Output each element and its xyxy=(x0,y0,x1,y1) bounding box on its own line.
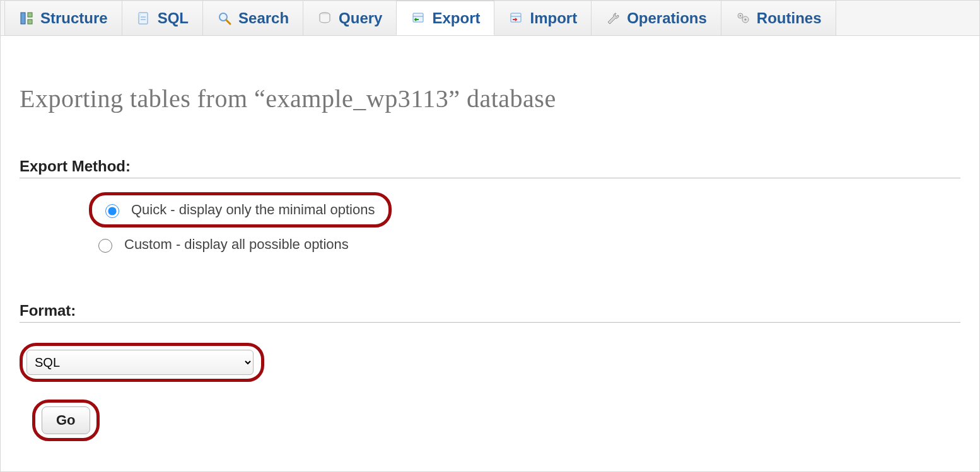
tab-import[interactable]: Import xyxy=(494,1,592,35)
search-icon xyxy=(217,11,232,26)
tab-label: Structure xyxy=(40,9,108,27)
tab-label: Routines xyxy=(757,9,822,27)
svg-point-15 xyxy=(740,15,742,17)
highlight-ring-format: SQL xyxy=(20,343,264,382)
highlight-ring-go: Go xyxy=(32,400,100,441)
svg-rect-1 xyxy=(28,13,32,17)
divider xyxy=(20,178,960,178)
tab-operations[interactable]: Operations xyxy=(591,1,721,35)
tab-label: SQL xyxy=(158,9,189,27)
tab-routines[interactable]: Routines xyxy=(721,1,836,35)
query-icon xyxy=(317,11,332,26)
radio-custom[interactable] xyxy=(98,239,112,253)
go-button[interactable]: Go xyxy=(42,406,90,434)
sql-icon xyxy=(136,11,151,26)
tab-sql[interactable]: SQL xyxy=(122,1,203,35)
import-icon xyxy=(508,11,523,26)
tab-label: Import xyxy=(530,9,577,27)
export-panel: Exporting tables from “example_wp3113” d… xyxy=(1,36,979,460)
export-method-heading: Export Method: xyxy=(20,158,960,175)
operations-icon xyxy=(605,11,621,26)
tab-label: Search xyxy=(238,9,289,27)
tab-structure[interactable]: Structure xyxy=(4,1,122,35)
radio-quick-label: Quick - display only the minimal options xyxy=(131,202,375,218)
tab-label: Operations xyxy=(627,9,707,27)
svg-rect-2 xyxy=(28,20,32,24)
format-heading: Format: xyxy=(20,302,960,319)
tab-export[interactable]: Export xyxy=(396,1,494,35)
radio-row-custom[interactable]: Custom - display all possible options xyxy=(89,231,960,258)
format-select[interactable]: SQL xyxy=(26,350,254,375)
tab-query[interactable]: Query xyxy=(303,1,397,35)
export-icon xyxy=(411,11,426,26)
tab-search[interactable]: Search xyxy=(202,1,303,35)
radio-row-quick[interactable]: Quick - display only the minimal options xyxy=(96,197,381,223)
svg-point-16 xyxy=(744,18,746,20)
svg-line-7 xyxy=(226,20,230,24)
structure-icon xyxy=(19,11,34,26)
tab-label: Query xyxy=(339,9,382,27)
tab-bar: Structure SQL Search Query Export Import xyxy=(1,1,979,36)
export-method-radios: Quick - display only the minimal options… xyxy=(20,192,960,258)
svg-rect-9 xyxy=(413,13,423,22)
format-section: Format: SQL xyxy=(20,302,960,382)
radio-custom-label: Custom - display all possible options xyxy=(124,236,349,253)
highlight-ring-quick: Quick - display only the minimal options xyxy=(89,192,392,227)
radio-quick[interactable] xyxy=(105,204,119,218)
svg-rect-0 xyxy=(21,13,25,24)
page-title: Exporting tables from “example_wp3113” d… xyxy=(20,84,960,113)
tab-label: Export xyxy=(432,9,480,27)
divider xyxy=(20,322,960,323)
export-method-section: Export Method: Quick - display only the … xyxy=(20,158,960,258)
routines-icon xyxy=(735,11,750,26)
